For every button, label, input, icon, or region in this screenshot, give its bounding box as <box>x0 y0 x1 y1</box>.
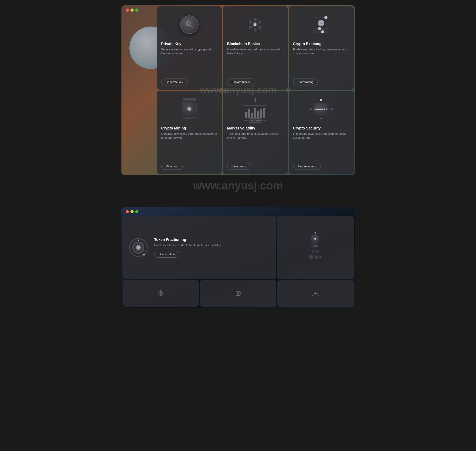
bar-6 <box>260 109 262 118</box>
bottom-cards-grid: Token Fractioning Divide assets into tra… <box>121 215 355 308</box>
svg-point-17 <box>315 292 317 294</box>
slider-3 <box>313 31 329 33</box>
bottom-traffic-light-green[interactable] <box>135 210 138 213</box>
lock-dot-3 <box>319 109 321 110</box>
mine-now-button[interactable]: Mine now <box>161 163 183 170</box>
ring-dot-top <box>138 240 139 241</box>
svg-point-10 <box>249 26 252 29</box>
svg-point-11 <box>258 26 261 29</box>
shield-center <box>313 103 329 116</box>
slider-thumb-2 <box>318 27 321 30</box>
shield-top-dots <box>320 99 322 101</box>
top-window: www.anyusj.com Private Key Secure wallet… <box>121 5 355 175</box>
mini-icon-1 <box>155 288 166 299</box>
bottom-window: Token Fractioning Divide assets into tra… <box>121 207 355 308</box>
chart-border: -33.59% <box>243 105 267 121</box>
divide-token-button[interactable]: Divide token <box>154 251 180 258</box>
shield-lock <box>315 109 327 110</box>
volatility-desc: Track real-time price fluctuations acros… <box>227 132 283 160</box>
bubble-large <box>309 255 314 260</box>
robot-body: c1001 <box>310 244 320 249</box>
bar-3 <box>251 113 253 118</box>
traffic-light-yellow[interactable] <box>130 8 134 12</box>
token-icon-area <box>128 237 149 258</box>
shield-bottom-dot <box>320 118 322 119</box>
svg-point-14 <box>160 289 161 291</box>
bottom-traffic-light-red[interactable] <box>126 210 129 213</box>
chart-bars <box>245 108 265 118</box>
bottom-traffic-light-yellow[interactable] <box>130 210 134 213</box>
exchange-icon: $ <box>313 17 329 33</box>
device-body <box>182 102 196 116</box>
bar-5 <box>257 111 259 118</box>
card-private-key: Private Key Secure wallet access with cr… <box>157 6 222 90</box>
robot-leg-right <box>316 250 319 253</box>
chart-icon: ⇕ -33.59% <box>243 97 267 121</box>
mini-card-3 <box>277 280 354 307</box>
traffic-light-green[interactable] <box>135 8 138 12</box>
blockchain-desc: Visualize decentralized data structure w… <box>227 47 283 75</box>
security-icon <box>309 99 333 119</box>
bar-4 <box>254 108 256 118</box>
blockchain-icon-area <box>227 11 283 38</box>
private-key-title: Private Key <box>161 42 218 46</box>
bubble-medium <box>315 255 318 259</box>
percent-badge: -33.59% <box>249 118 262 123</box>
token-card-content: Token Fractioning Divide assets into tra… <box>154 237 271 257</box>
top-cards-grid: Private Key Secure wallet access with cr… <box>156 5 355 175</box>
blockchain-title: Blockchain Basics <box>227 42 283 46</box>
private-key-icon-area <box>161 11 218 38</box>
traffic-light-red[interactable] <box>126 8 129 12</box>
robot-bubbles <box>309 255 322 260</box>
robot-leg-left <box>312 250 315 253</box>
start-trading-button[interactable]: Start trading <box>293 79 318 85</box>
mini-card-1 <box>123 280 199 307</box>
shield-dot-1 <box>320 99 322 101</box>
slider-1 <box>313 17 329 18</box>
bar-1 <box>245 112 247 118</box>
lock-dot-5 <box>324 109 325 110</box>
mini-icon-2 <box>233 288 243 299</box>
robot-eye <box>314 238 316 240</box>
mining-desc: Generate new coins through computational… <box>161 132 218 160</box>
security-desc: Implement advanced protection for digita… <box>293 132 350 160</box>
security-title: Crypto Security <box>293 126 350 130</box>
bar-2 <box>248 109 250 118</box>
exchange-title: Crypto Exchange <box>293 42 350 46</box>
volatility-icon-area: ⇕ -33.59% <box>227 95 283 123</box>
card-crypto-security: Crypto Security Implement advanced prote… <box>289 91 354 174</box>
ring-center <box>136 245 141 250</box>
mining-icon: BTC <box>182 98 196 119</box>
device-dot <box>187 107 191 111</box>
card-robot: c1001 <box>277 216 353 279</box>
lock-dot-1 <box>315 109 317 110</box>
secure-assets-button[interactable]: Secure assets <box>293 163 321 170</box>
private-key-desc: Secure wallet access with cryptographic … <box>161 47 218 75</box>
mini-card-2 <box>200 280 276 307</box>
device-top <box>183 98 196 101</box>
explore-blocks-button[interactable]: Explore blocks <box>227 79 255 85</box>
bottom-traffic-lights <box>121 207 143 216</box>
slider-2 <box>313 28 329 29</box>
token-title: Token Fractioning <box>154 237 271 242</box>
svg-point-6 <box>254 18 257 21</box>
volatility-title: Market Volatility <box>227 126 283 130</box>
device-bottom: BTC <box>183 117 196 119</box>
security-icon-area <box>293 95 350 123</box>
robot-antenna <box>315 233 316 235</box>
card-crypto-mining: BTC Crypto Mining Generate new coins thr… <box>157 91 222 174</box>
mini-icon-3 <box>310 288 321 299</box>
card-token-fractioning: Token Fractioning Divide assets into tra… <box>123 216 276 279</box>
lock-dot-2 <box>317 109 319 110</box>
svg-point-7 <box>254 28 257 32</box>
view-trends-button[interactable]: View trends <box>227 163 251 170</box>
bar-7 <box>263 108 265 118</box>
robot-head <box>311 235 319 243</box>
ring-outer <box>129 238 148 257</box>
generate-key-button[interactable]: Generate key <box>161 79 188 85</box>
watermark-middle: www.anyusj.com <box>193 179 283 192</box>
side-dot-right <box>331 108 333 110</box>
slider-thumb-3 <box>321 30 324 33</box>
ring-dot-bottom <box>143 254 145 255</box>
mining-title: Crypto Mining <box>161 126 218 130</box>
